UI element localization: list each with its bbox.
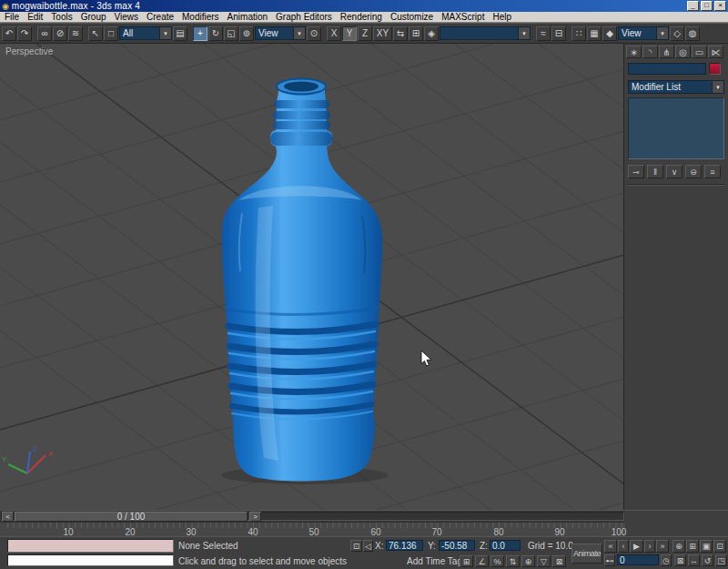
bottle-object[interactable] (221, 79, 389, 485)
zoom-extents-all-icon[interactable]: ⊡ (713, 540, 726, 553)
menu-rendering[interactable]: Rendering (340, 12, 382, 22)
create-tab-icon[interactable]: ∗ (626, 46, 642, 58)
degradation-override-icon[interactable]: ▽ (537, 555, 551, 567)
object-name-field[interactable] (628, 63, 706, 75)
go-to-start-icon[interactable]: « (604, 540, 617, 553)
next-frame-icon[interactable]: › (644, 540, 655, 553)
region-zoom-icon[interactable]: ⊠ (674, 554, 686, 566)
modify-tab-icon[interactable]: ◝ (642, 46, 658, 58)
go-to-end-icon[interactable]: » (656, 540, 669, 553)
modifier-list-dropdown[interactable]: Modifier List ▼ (628, 80, 724, 94)
macro-recorder-field[interactable] (7, 539, 174, 553)
arc-rotate-icon[interactable]: ↺ (702, 554, 713, 566)
render-type-dropdown[interactable]: View ▼ (618, 26, 669, 40)
hierarchy-tab-icon[interactable]: ⋔ (659, 46, 674, 58)
menu-tools[interactable]: Tools (51, 12, 72, 22)
time-slider[interactable]: < 0 / 100 > (0, 510, 625, 522)
restrict-y-button[interactable]: Y (342, 26, 357, 41)
motion-tab-icon[interactable]: ◎ (675, 46, 691, 58)
menu-views[interactable]: Views (115, 12, 139, 22)
mirror-icon[interactable]: ⇆ (393, 26, 408, 41)
select-and-scale-icon[interactable]: ◱ (224, 26, 238, 41)
play-animation-icon[interactable]: ▶ (630, 540, 643, 553)
animate-button[interactable]: Animate (571, 544, 602, 564)
angle-snap-toggle-icon[interactable]: ∠ (475, 555, 489, 567)
zoom-icon[interactable]: ⊕ (672, 540, 685, 553)
current-frame-field[interactable]: 0 (617, 554, 659, 565)
restrict-z-button[interactable]: Z (358, 26, 372, 41)
reference-coordinate-system-dropdown[interactable]: View ▼ (255, 26, 306, 40)
menu-create[interactable]: Create (147, 12, 174, 22)
render-last-icon[interactable]: ◇ (670, 26, 684, 41)
selection-lock-icon[interactable]: ⊡ (350, 540, 362, 552)
select-by-name-icon[interactable]: ▤ (173, 26, 187, 41)
zoom-extents-icon[interactable]: ▣ (700, 540, 713, 553)
array-icon[interactable]: ⊞ (409, 26, 423, 41)
maximize-button[interactable]: □ (701, 1, 713, 11)
absolute-offset-mode-icon[interactable]: ◁ (363, 540, 373, 552)
align-icon[interactable]: ◈ (424, 26, 439, 41)
pan-icon[interactable]: ↔ (688, 554, 700, 566)
select-and-rotate-icon[interactable]: ↻ (208, 26, 223, 41)
menu-file[interactable]: File (5, 12, 19, 22)
menu-group[interactable]: Group (81, 12, 106, 22)
select-and-link-icon[interactable]: ∞ (37, 26, 52, 41)
menu-animation[interactable]: Animation (228, 12, 268, 22)
render-scene-icon[interactable]: ▦ (587, 26, 602, 41)
restrict-x-button[interactable]: X (327, 26, 341, 41)
percent-snap-toggle-icon[interactable]: % (490, 555, 504, 567)
menu-customize[interactable]: Customize (390, 12, 433, 22)
minimize-button[interactable]: _ (687, 1, 699, 11)
menu-graph-editors[interactable]: Graph Editors (276, 12, 332, 22)
rectangular-selection-region-icon[interactable]: □ (104, 26, 118, 41)
make-unique-icon[interactable]: ∨ (666, 165, 682, 178)
key-mode-toggle-icon[interactable]: ⊷ (604, 554, 615, 566)
track-view-icon[interactable]: ≈ (536, 26, 551, 41)
unlink-selection-icon[interactable]: ⊘ (53, 26, 67, 41)
next-frame-arrow[interactable]: > (249, 512, 261, 522)
zoom-all-icon[interactable]: ⊞ (686, 540, 699, 553)
time-configuration-icon[interactable]: ◷ (661, 554, 672, 566)
viewport-canvas[interactable]: X Y Z (0, 44, 624, 510)
restrict-xy-plane-button[interactable]: XY (373, 26, 392, 41)
select-and-manipulate-icon[interactable]: ⊚ (239, 26, 254, 41)
transform-gizmo-toggle-icon[interactable]: ⊕ (521, 555, 535, 567)
close-button[interactable]: × (714, 1, 726, 11)
x-coordinate-field[interactable]: 76.136 (386, 540, 423, 551)
quick-render-icon[interactable]: ◆ (602, 26, 617, 41)
show-end-result-icon[interactable]: ‖ (647, 165, 663, 178)
select-object-icon[interactable]: ↖ (88, 26, 103, 41)
z-coordinate-field[interactable]: 0.0 (490, 540, 521, 551)
previous-frame-arrow[interactable]: < (2, 512, 14, 522)
material-editor-icon[interactable]: ∷ (571, 26, 586, 41)
remove-modifier-icon[interactable]: ⊖ (685, 165, 702, 178)
schematic-view-icon[interactable]: ⊟ (551, 26, 566, 41)
previous-frame-icon[interactable]: ‹ (618, 540, 629, 553)
min-max-toggle-icon[interactable]: ◳ (715, 554, 727, 566)
utilities-tab-icon[interactable]: ⋉ (708, 46, 723, 58)
pin-stack-icon[interactable]: ⊸ (628, 165, 644, 178)
spinner-snap-toggle-icon[interactable]: ⇅ (506, 555, 520, 567)
perspective-viewport[interactable]: Perspective (0, 44, 624, 510)
object-color-swatch[interactable] (709, 63, 721, 75)
menu-maxscript[interactable]: MAXScript (441, 12, 484, 22)
activeshade-icon[interactable]: ◍ (685, 26, 700, 41)
menu-modifiers[interactable]: Modifiers (182, 12, 219, 22)
bind-to-space-warp-icon[interactable]: ≋ (68, 26, 83, 41)
crossing-selection-toggle-icon[interactable]: ⊠ (552, 555, 566, 567)
3d-snap-toggle-icon[interactable]: ⊞ (460, 555, 473, 567)
use-pivot-point-center-icon[interactable]: ⊙ (307, 26, 321, 41)
mini-listener-field[interactable] (7, 554, 174, 566)
display-tab-icon[interactable]: ▭ (692, 46, 707, 58)
select-and-move-icon[interactable]: + (193, 26, 207, 41)
menu-help[interactable]: Help (492, 12, 511, 22)
undo-icon[interactable]: ↶ (2, 26, 16, 41)
selection-filter-dropdown[interactable]: All ▼ (119, 26, 172, 40)
modifier-stack-list[interactable] (628, 97, 724, 159)
y-coordinate-field[interactable]: -50.58 (439, 540, 475, 551)
viewport-label[interactable]: Perspective (5, 46, 53, 56)
time-slider-handle[interactable]: 0 / 100 (15, 512, 248, 522)
configure-modifier-sets-icon[interactable]: ≡ (704, 165, 721, 178)
track-bar[interactable]: 10 20 30 40 50 60 70 80 90 100 (0, 522, 625, 536)
redo-icon[interactable]: ↷ (17, 26, 32, 41)
